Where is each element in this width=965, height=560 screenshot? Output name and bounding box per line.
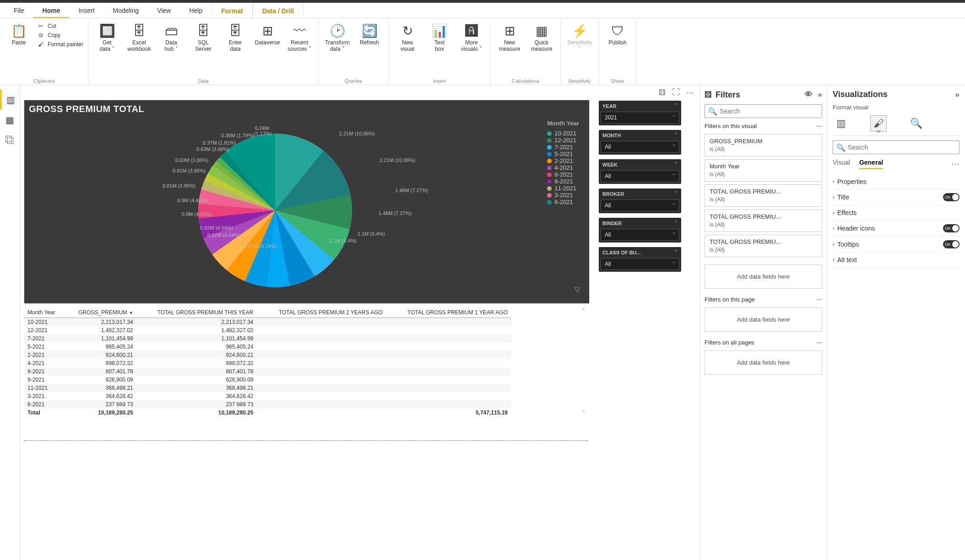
left-rail-report-icon[interactable]: ▥ bbox=[0, 90, 20, 110]
ribbon-excel-button[interactable]: 🗄Excelworkbook bbox=[125, 23, 153, 52]
ribbon-dataverse-button[interactable]: ⊞Dataverse bbox=[253, 23, 282, 46]
legend-item[interactable]: 8-2021 bbox=[547, 171, 579, 178]
slicer-week[interactable]: WEEK˅All˅ bbox=[599, 159, 681, 184]
section-menu-icon[interactable]: ⋯ bbox=[816, 123, 822, 129]
ribbon-transform-button[interactable]: 🕑Transformdata ˅ bbox=[323, 23, 352, 52]
report-canvas[interactable]: ⚄ ⛶ ⋯ GROSS PREMIUM TOTAL 0.24M(1.17%)0.… bbox=[20, 85, 699, 560]
table-header[interactable]: Month Year bbox=[24, 307, 65, 318]
table-row[interactable]: 8-2021807,401.78807,401.78 bbox=[24, 367, 511, 376]
left-rail-data-icon[interactable]: ▦ bbox=[0, 110, 20, 130]
format-section-header-icons[interactable]: ›Header icons bbox=[833, 221, 960, 237]
legend-item[interactable]: 7-2021 bbox=[547, 144, 579, 151]
legend-item[interactable]: 5-2021 bbox=[547, 151, 579, 157]
filters-page-dropzone[interactable]: Add data fields here bbox=[705, 307, 822, 332]
filter-card[interactable]: Month Yearis (All) bbox=[705, 159, 822, 182]
table-row[interactable]: 2-2021924,600.21924,600.21 bbox=[24, 351, 511, 359]
slicer-dropdown[interactable]: All˅ bbox=[601, 170, 679, 182]
table-row[interactable]: 7-20211,101,454.991,101,454.99 bbox=[24, 334, 511, 343]
toggle-switch[interactable] bbox=[943, 224, 960, 232]
filters-all-dropzone[interactable]: Add data fields here bbox=[705, 350, 822, 375]
section-menu-icon[interactable]: ⋯ bbox=[816, 296, 822, 303]
ribbon-more-button[interactable]: 🅰Morevisuals ˅ bbox=[457, 23, 486, 52]
format-section-alt-text[interactable]: ›Alt text bbox=[833, 253, 960, 268]
slicer-month[interactable]: MONTH˅All˅ bbox=[599, 130, 681, 155]
table-row[interactable]: 9-2021626,900.09626,900.09 bbox=[24, 376, 511, 384]
ribbon-sql-button[interactable]: 🗄SQLServer bbox=[189, 23, 217, 52]
scroll-up-icon[interactable]: ˄ bbox=[582, 307, 585, 315]
visual-resize-edge[interactable] bbox=[24, 440, 588, 441]
slicer-dropdown[interactable]: 2021˅ bbox=[601, 112, 679, 124]
chevron-down-icon[interactable]: ˅ bbox=[675, 162, 678, 168]
table-header[interactable]: TOTAL GROSS PREMIUM 2 YEARS AGO bbox=[257, 307, 386, 318]
table-row[interactable]: 11-2021368,498.21368,498.21 bbox=[24, 384, 511, 392]
scroll-down-icon[interactable]: ˅ bbox=[582, 409, 585, 417]
chevron-down-icon[interactable]: ˅ bbox=[675, 191, 678, 197]
legend-item[interactable]: 6-2021 bbox=[547, 199, 579, 205]
ribbon-enter-button[interactable]: 🗄Enterdata bbox=[221, 23, 249, 52]
table-row[interactable]: 10-20212,213,017.342,213,017.34 bbox=[24, 318, 511, 327]
slicer-dropdown[interactable]: All˅ bbox=[601, 141, 679, 153]
table-visual[interactable]: Month YearGROSS_PREMIUM▼TOTAL GROSS PREM… bbox=[24, 307, 588, 417]
ribbon-get-button[interactable]: 🔲Getdata ˅ bbox=[93, 23, 121, 52]
menu-tab-data-drill[interactable]: Data / Drill bbox=[253, 3, 304, 18]
menu-tab-home[interactable]: Home bbox=[33, 3, 70, 18]
slicer-binder[interactable]: BINDER˅All˅ bbox=[599, 218, 681, 242]
menu-tab-modeling[interactable]: Modeling bbox=[103, 3, 148, 18]
pie-chart[interactable] bbox=[198, 134, 352, 287]
collapse-pane-icon[interactable]: » bbox=[955, 90, 960, 99]
ribbon-copy-button[interactable]: ⧉Copy bbox=[37, 32, 83, 38]
toggle-switch[interactable] bbox=[943, 193, 960, 201]
menu-tab-view[interactable]: View bbox=[148, 3, 180, 18]
slicer-year[interactable]: YEAR˅2021˅ bbox=[599, 101, 681, 125]
toggle-switch[interactable] bbox=[943, 240, 960, 248]
format-section-properties[interactable]: ›Properties bbox=[833, 174, 960, 189]
format-tab-general[interactable]: General bbox=[859, 159, 883, 169]
table-header[interactable]: TOTAL GROSS PREMIUM THIS YEAR bbox=[137, 307, 257, 318]
ribbon-format-painter-button[interactable]: 🖌Format painter bbox=[37, 41, 83, 48]
table-row[interactable]: 5-2021965,405.24965,405.24 bbox=[24, 343, 511, 351]
ribbon-data-button[interactable]: 🗃Datahub ˅ bbox=[157, 23, 185, 52]
chevron-down-icon[interactable]: ˅ bbox=[675, 220, 678, 226]
table-row[interactable]: 4-2021898,072.32898,072.32 bbox=[24, 359, 511, 367]
filters-search-input[interactable] bbox=[705, 104, 822, 118]
menu-tab-insert[interactable]: Insert bbox=[69, 3, 103, 18]
legend-item[interactable]: 11-2021 bbox=[547, 185, 579, 192]
menu-tab-help[interactable]: Help bbox=[180, 3, 211, 18]
ribbon-recent-button[interactable]: 〰Recentsources ˅ bbox=[285, 23, 314, 52]
legend-item[interactable]: 3-2021 bbox=[547, 192, 579, 199]
ribbon-paste-button[interactable]: 📋Paste bbox=[5, 23, 33, 46]
viz-search-input[interactable] bbox=[833, 140, 960, 154]
table-row[interactable]: 6-2021237 989 73237 989 73 bbox=[24, 400, 511, 409]
filter-card[interactable]: TOTAL GROSS PREMIU...is (All) bbox=[705, 210, 822, 232]
legend-item[interactable]: 9-2021 bbox=[547, 178, 579, 185]
filter-card[interactable]: TOTAL GROSS PREMIU...is (All) bbox=[705, 235, 822, 257]
table-header[interactable]: GROSS_PREMIUM▼ bbox=[65, 307, 137, 318]
format-section-title[interactable]: ›Title bbox=[833, 189, 960, 205]
ribbon-cut-button[interactable]: ✂Cut bbox=[37, 23, 83, 29]
slicer-dropdown[interactable]: All˅ bbox=[601, 229, 679, 241]
format-visual-mode-icon[interactable]: 🖌 bbox=[870, 115, 887, 132]
legend-item[interactable]: 2-2021 bbox=[547, 157, 579, 164]
menu-tab-format[interactable]: Format bbox=[211, 3, 252, 18]
build-visual-mode-icon[interactable]: ▥ bbox=[833, 115, 849, 132]
more-options-icon[interactable]: ⋯ bbox=[951, 159, 960, 169]
format-tab-visual[interactable]: Visual bbox=[833, 159, 850, 169]
table-row[interactable]: 12-20211,482,327.021,482,327.02 bbox=[24, 326, 511, 334]
focus-mode-icon[interactable]: ⛶ bbox=[672, 88, 680, 97]
menu-tab-file[interactable]: File bbox=[5, 3, 33, 18]
slicer-dropdown[interactable]: All˅ bbox=[601, 258, 679, 270]
legend-item[interactable]: 12-2021 bbox=[547, 137, 579, 144]
filter-card[interactable]: TOTAL GROSS PREMIU...is (All) bbox=[705, 184, 822, 207]
legend-scroll-down-icon[interactable]: ▽ bbox=[575, 285, 580, 294]
analytics-mode-icon[interactable]: 🔍 bbox=[908, 115, 924, 132]
section-menu-icon[interactable]: ⋯ bbox=[816, 339, 822, 346]
left-rail-model-icon[interactable]: ⿻ bbox=[0, 130, 20, 150]
format-section-tooltips[interactable]: ›Tooltips bbox=[833, 237, 960, 253]
legend-item[interactable]: 10-2021 bbox=[547, 130, 579, 137]
ribbon-quick-button[interactable]: ▦Quickmeasure bbox=[527, 23, 556, 52]
pie-chart-visual[interactable]: GROSS PREMIUM TOTAL 0.24M(1.17%)0.36M (1… bbox=[24, 100, 590, 304]
slicer-broker[interactable]: BROKER˅All˅ bbox=[599, 188, 681, 213]
ribbon-new-button[interactable]: ↻Newvisual bbox=[393, 23, 422, 52]
table-row[interactable]: 3-2021364,628.42364,628.42 bbox=[24, 392, 511, 400]
format-section-effects[interactable]: ›Effects bbox=[833, 205, 960, 221]
